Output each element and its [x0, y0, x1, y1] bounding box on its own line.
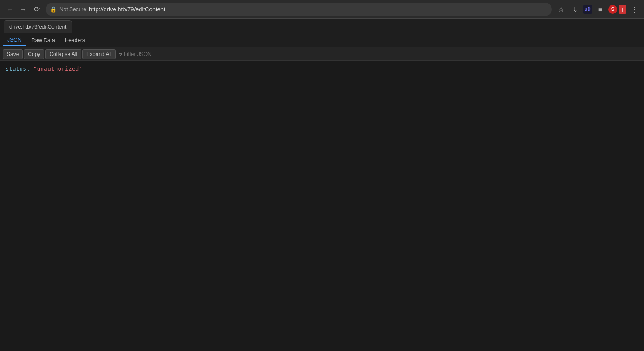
extension-ud[interactable]: uD: [583, 5, 592, 14]
extension-red-bar[interactable]: |: [619, 5, 626, 14]
filter-json-input[interactable]: [124, 51, 160, 57]
address-bar[interactable]: 🔒 Not Secure http://drive.htb/79/editCon…: [46, 3, 552, 16]
forward-button[interactable]: →: [17, 3, 30, 16]
tab-bar: drive.htb/79/editContent: [0, 19, 644, 33]
not-secure-icon: 🔒: [50, 6, 57, 13]
tab-raw-data[interactable]: Raw Data: [27, 34, 59, 46]
extension-shield[interactable]: ■: [594, 3, 606, 16]
filter-icon: ▿: [119, 51, 122, 57]
extension-red-circle[interactable]: S: [608, 5, 617, 14]
nav-buttons: ← → ⟳: [4, 3, 43, 16]
toolbar-right: ☆ ⇓ uD ■ S | ⋮: [555, 3, 640, 16]
json-value: "unauthorized": [34, 65, 83, 72]
menu-button[interactable]: ⋮: [628, 3, 640, 16]
tab-headers[interactable]: Headers: [60, 34, 89, 46]
url-display: http://drive.htb/79/editContent: [89, 6, 547, 13]
copy-button[interactable]: Copy: [24, 49, 44, 59]
browser-chrome: ← → ⟳ 🔒 Not Secure http://drive.htb/79/e…: [0, 0, 644, 19]
filter-json-container: ▿: [119, 51, 160, 57]
expand-all-button[interactable]: Expand All: [82, 49, 116, 59]
not-secure-label: Not Secure: [59, 6, 86, 13]
save-button[interactable]: Save: [3, 49, 23, 59]
json-key: status:: [5, 65, 30, 72]
json-viewer-tabs: JSON Raw Data Headers: [0, 33, 644, 47]
reload-button[interactable]: ⟳: [30, 3, 43, 16]
collapse-all-button[interactable]: Collapse All: [45, 49, 81, 59]
active-tab[interactable]: drive.htb/79/editContent: [4, 20, 72, 33]
bookmark-button[interactable]: ☆: [555, 3, 567, 16]
download-button[interactable]: ⇓: [569, 3, 581, 16]
back-button[interactable]: ←: [4, 3, 16, 16]
json-actions-bar: Save Copy Collapse All Expand All ▿: [0, 47, 644, 61]
tab-json[interactable]: JSON: [3, 34, 26, 46]
json-content: status: "unauthorized": [0, 61, 644, 77]
tab-label: drive.htb/79/editContent: [9, 24, 66, 30]
